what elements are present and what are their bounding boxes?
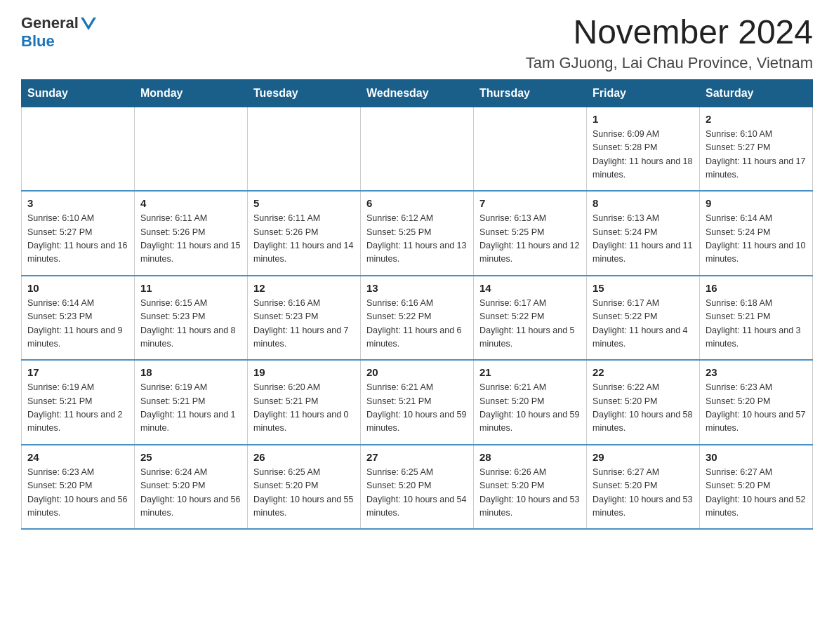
- calendar-cell: [474, 107, 587, 191]
- day-info: Sunrise: 6:12 AM Sunset: 5:25 PM Dayligh…: [366, 212, 468, 267]
- day-info: Sunrise: 6:24 AM Sunset: 5:20 PM Dayligh…: [140, 466, 241, 521]
- day-number: 4: [140, 197, 241, 209]
- day-info: Sunrise: 6:16 AM Sunset: 5:22 PM Dayligh…: [366, 297, 468, 351]
- logo-general-text: General: [21, 14, 79, 32]
- calendar-cell: 11Sunrise: 6:15 AM Sunset: 5:23 PM Dayli…: [135, 276, 248, 361]
- day-number: 25: [140, 451, 241, 463]
- calendar-week-row: 17Sunrise: 6:19 AM Sunset: 5:21 PM Dayli…: [22, 360, 813, 445]
- day-number: 6: [366, 197, 468, 209]
- day-info: Sunrise: 6:10 AM Sunset: 5:27 PM Dayligh…: [706, 128, 807, 182]
- day-number: 2: [706, 113, 807, 125]
- weekday-header: Saturday: [700, 79, 813, 107]
- day-info: Sunrise: 6:10 AM Sunset: 5:27 PM Dayligh…: [27, 212, 128, 267]
- calendar-cell: 22Sunrise: 6:22 AM Sunset: 5:20 PM Dayli…: [587, 360, 700, 445]
- calendar-cell: 19Sunrise: 6:20 AM Sunset: 5:21 PM Dayli…: [248, 360, 361, 445]
- logo-triangle-icon: [81, 18, 96, 30]
- day-number: 21: [479, 366, 581, 378]
- calendar-header-row: SundayMondayTuesdayWednesdayThursdayFrid…: [22, 79, 813, 107]
- day-info: Sunrise: 6:14 AM Sunset: 5:24 PM Dayligh…: [706, 212, 807, 267]
- calendar-cell: 9Sunrise: 6:14 AM Sunset: 5:24 PM Daylig…: [700, 191, 813, 276]
- day-number: 15: [593, 282, 694, 294]
- day-info: Sunrise: 6:22 AM Sunset: 5:20 PM Dayligh…: [593, 381, 694, 436]
- calendar-week-row: 24Sunrise: 6:23 AM Sunset: 5:20 PM Dayli…: [22, 445, 813, 530]
- calendar-cell: 15Sunrise: 6:17 AM Sunset: 5:22 PM Dayli…: [587, 276, 700, 361]
- calendar-cell: 17Sunrise: 6:19 AM Sunset: 5:21 PM Dayli…: [22, 360, 135, 445]
- day-info: Sunrise: 6:13 AM Sunset: 5:24 PM Dayligh…: [593, 212, 694, 267]
- weekday-header: Wednesday: [361, 79, 474, 107]
- day-number: 19: [253, 366, 355, 378]
- calendar-cell: 23Sunrise: 6:23 AM Sunset: 5:20 PM Dayli…: [700, 360, 813, 445]
- day-number: 8: [593, 197, 694, 209]
- day-number: 29: [593, 451, 694, 463]
- calendar-cell: 4Sunrise: 6:11 AM Sunset: 5:26 PM Daylig…: [135, 191, 248, 276]
- calendar-cell: 12Sunrise: 6:16 AM Sunset: 5:23 PM Dayli…: [248, 276, 361, 361]
- day-info: Sunrise: 6:26 AM Sunset: 5:20 PM Dayligh…: [479, 466, 581, 521]
- day-info: Sunrise: 6:23 AM Sunset: 5:20 PM Dayligh…: [706, 381, 807, 436]
- day-info: Sunrise: 6:25 AM Sunset: 5:20 PM Dayligh…: [366, 466, 468, 521]
- calendar-cell: 29Sunrise: 6:27 AM Sunset: 5:20 PM Dayli…: [587, 445, 700, 530]
- day-number: 20: [366, 366, 468, 378]
- calendar-cell: 10Sunrise: 6:14 AM Sunset: 5:23 PM Dayli…: [22, 276, 135, 361]
- calendar-cell: [135, 107, 248, 191]
- calendar-cell: 28Sunrise: 6:26 AM Sunset: 5:20 PM Dayli…: [474, 445, 587, 530]
- calendar-cell: 5Sunrise: 6:11 AM Sunset: 5:26 PM Daylig…: [248, 191, 361, 276]
- calendar-week-row: 10Sunrise: 6:14 AM Sunset: 5:23 PM Dayli…: [22, 276, 813, 361]
- calendar-title: November 2024: [526, 14, 813, 51]
- calendar-week-row: 1Sunrise: 6:09 AM Sunset: 5:28 PM Daylig…: [22, 107, 813, 191]
- calendar-cell: 20Sunrise: 6:21 AM Sunset: 5:21 PM Dayli…: [361, 360, 474, 445]
- day-info: Sunrise: 6:25 AM Sunset: 5:20 PM Dayligh…: [253, 466, 355, 521]
- day-info: Sunrise: 6:17 AM Sunset: 5:22 PM Dayligh…: [479, 297, 581, 351]
- day-number: 16: [706, 282, 807, 294]
- day-number: 30: [706, 451, 807, 463]
- day-number: 26: [253, 451, 355, 463]
- day-info: Sunrise: 6:14 AM Sunset: 5:23 PM Dayligh…: [27, 297, 128, 351]
- day-info: Sunrise: 6:23 AM Sunset: 5:20 PM Dayligh…: [27, 466, 128, 521]
- weekday-header: Friday: [587, 79, 700, 107]
- day-info: Sunrise: 6:27 AM Sunset: 5:20 PM Dayligh…: [706, 466, 807, 521]
- day-info: Sunrise: 6:19 AM Sunset: 5:21 PM Dayligh…: [140, 381, 241, 436]
- day-info: Sunrise: 6:11 AM Sunset: 5:26 PM Dayligh…: [140, 212, 241, 267]
- day-number: 9: [706, 197, 807, 209]
- weekday-header: Thursday: [474, 79, 587, 107]
- calendar-cell: [361, 107, 474, 191]
- calendar-cell: 6Sunrise: 6:12 AM Sunset: 5:25 PM Daylig…: [361, 191, 474, 276]
- calendar-cell: 13Sunrise: 6:16 AM Sunset: 5:22 PM Dayli…: [361, 276, 474, 361]
- day-number: 3: [27, 197, 128, 209]
- calendar-cell: [22, 107, 135, 191]
- title-area: November 2024 Tam GJuong, Lai Chau Provi…: [526, 14, 813, 72]
- day-info: Sunrise: 6:21 AM Sunset: 5:20 PM Dayligh…: [479, 381, 581, 436]
- calendar-subtitle: Tam GJuong, Lai Chau Province, Vietnam: [526, 54, 813, 72]
- calendar-cell: 16Sunrise: 6:18 AM Sunset: 5:21 PM Dayli…: [700, 276, 813, 361]
- day-info: Sunrise: 6:20 AM Sunset: 5:21 PM Dayligh…: [253, 381, 355, 436]
- calendar-table: SundayMondayTuesdayWednesdayThursdayFrid…: [21, 79, 813, 530]
- day-number: 18: [140, 366, 241, 378]
- calendar-cell: 8Sunrise: 6:13 AM Sunset: 5:24 PM Daylig…: [587, 191, 700, 276]
- day-number: 14: [479, 282, 581, 294]
- day-info: Sunrise: 6:15 AM Sunset: 5:23 PM Dayligh…: [140, 297, 241, 351]
- day-info: Sunrise: 6:18 AM Sunset: 5:21 PM Dayligh…: [706, 297, 807, 351]
- day-number: 23: [706, 366, 807, 378]
- day-number: 24: [27, 451, 128, 463]
- day-number: 27: [366, 451, 468, 463]
- day-number: 28: [479, 451, 581, 463]
- calendar-cell: 26Sunrise: 6:25 AM Sunset: 5:20 PM Dayli…: [248, 445, 361, 530]
- calendar-cell: 24Sunrise: 6:23 AM Sunset: 5:20 PM Dayli…: [22, 445, 135, 530]
- calendar-cell: 21Sunrise: 6:21 AM Sunset: 5:20 PM Dayli…: [474, 360, 587, 445]
- logo-blue-text: Blue: [21, 32, 55, 50]
- day-info: Sunrise: 6:11 AM Sunset: 5:26 PM Dayligh…: [253, 212, 355, 267]
- calendar-cell: 2Sunrise: 6:10 AM Sunset: 5:27 PM Daylig…: [700, 107, 813, 191]
- day-number: 5: [253, 197, 355, 209]
- calendar-cell: 14Sunrise: 6:17 AM Sunset: 5:22 PM Dayli…: [474, 276, 587, 361]
- calendar-cell: 25Sunrise: 6:24 AM Sunset: 5:20 PM Dayli…: [135, 445, 248, 530]
- calendar-cell: [248, 107, 361, 191]
- day-number: 11: [140, 282, 241, 294]
- day-info: Sunrise: 6:13 AM Sunset: 5:25 PM Dayligh…: [479, 212, 581, 267]
- day-number: 17: [27, 366, 128, 378]
- calendar-cell: 30Sunrise: 6:27 AM Sunset: 5:20 PM Dayli…: [700, 445, 813, 530]
- calendar-cell: 27Sunrise: 6:25 AM Sunset: 5:20 PM Dayli…: [361, 445, 474, 530]
- day-info: Sunrise: 6:19 AM Sunset: 5:21 PM Dayligh…: [27, 381, 128, 436]
- day-number: 12: [253, 282, 355, 294]
- calendar-cell: 7Sunrise: 6:13 AM Sunset: 5:25 PM Daylig…: [474, 191, 587, 276]
- calendar-cell: 1Sunrise: 6:09 AM Sunset: 5:28 PM Daylig…: [587, 107, 700, 191]
- day-info: Sunrise: 6:27 AM Sunset: 5:20 PM Dayligh…: [593, 466, 694, 521]
